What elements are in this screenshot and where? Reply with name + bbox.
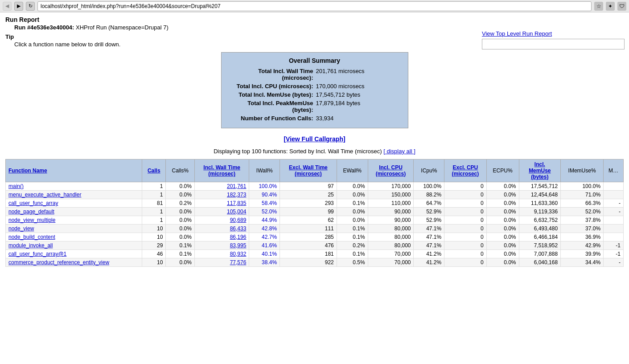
col-header-icpu-pct: ICpu% xyxy=(414,160,444,182)
col-header-ewall: Excl. Wall Time(microsec) xyxy=(280,160,337,182)
summary-row-5: Number of Function Calls: 33,934 xyxy=(230,115,399,122)
col-header-ecpu: Excl. CPU(microsec) xyxy=(444,160,486,182)
summary-val-2: 170,000 microsecs xyxy=(316,83,399,90)
run-name: XHProf Run (Namespace=Drupal 7) xyxy=(76,24,169,31)
summary-row-3: Total Incl. MemUse (bytes): 17,545,712 b… xyxy=(230,91,399,98)
forward-button[interactable]: ▶ xyxy=(14,2,23,11)
summary-key-5: Number of Function Calls: xyxy=(230,115,313,122)
callgraph-link[interactable]: [View Full Callgraph] xyxy=(284,135,345,143)
col-header-calls: Calls xyxy=(142,160,166,182)
display-info-text: Displaying top 100 functions: Sorted by … xyxy=(214,148,382,155)
col-header-iwall-pct: IWall% xyxy=(249,160,280,182)
col-header-iwall-link[interactable]: Incl. Wall Time(microsec) xyxy=(203,164,240,177)
summary-val-4: 17,879,184 bytes xyxy=(316,100,399,113)
summary-row-4: Total Incl. PeakMemUse (bytes): 17,879,1… xyxy=(230,100,399,113)
top-right-panel: View Top Level Run Report xyxy=(482,30,625,49)
summary-table: Overall Summary Total Incl. Wall Time (m… xyxy=(221,52,408,128)
run-info: Run #4e536e3e40004: XHProf Run (Namespac… xyxy=(14,24,624,31)
col-header-more: M… xyxy=(604,160,624,182)
col-header-icpu-link[interactable]: Incl. CPU(microsecs) xyxy=(376,164,406,177)
run-report-title: Run Report xyxy=(5,16,39,23)
security-icon: 🛡 xyxy=(617,2,626,11)
display-info: Displaying top 100 functions: Sorted by … xyxy=(5,148,624,155)
callgraph-link-container: [View Full Callgraph] xyxy=(5,135,624,143)
url-bar[interactable] xyxy=(37,1,592,11)
summary-key-4: Total Incl. PeakMemUse (bytes): xyxy=(230,100,313,113)
table-row: node_build_content100.0%86,19642.7%2850.… xyxy=(6,233,624,241)
tip-label: Tip xyxy=(5,33,14,40)
table-row: commerce_product_reference_entity_view10… xyxy=(6,258,624,267)
col-header-fn: Function Name xyxy=(6,160,142,182)
top-level-report-link[interactable]: View Top Level Run Report xyxy=(482,30,552,37)
col-header-fn-link[interactable]: Function Name xyxy=(8,168,47,174)
summary-key-2: Total Incl. CPU (microsecs): xyxy=(230,83,313,90)
col-header-imem-pct: IMemUse% xyxy=(561,160,604,182)
table-row: node_view_multiple10.0%90,68944.9%620.0%… xyxy=(6,216,624,225)
col-header-calls-link[interactable]: Calls xyxy=(148,168,160,174)
table-row: call_user_func_array@1460.1%80,93240.1%1… xyxy=(6,250,624,258)
table-row: node_page_default10.0%105,00452.0%990.0%… xyxy=(6,208,624,216)
run-report-section: Run Report Run #4e536e3e40004: XHProf Ru… xyxy=(5,16,624,31)
table-row: module_invoke_all290.1%83,99541.6%4760.2… xyxy=(6,241,624,250)
summary-row-2: Total Incl. CPU (microsecs): 170,000 mic… xyxy=(230,83,399,90)
summary-key-3: Total Incl. MemUse (bytes): xyxy=(230,91,313,98)
table-row: node_view100.0%86,43342.8%1110.1%80,0004… xyxy=(6,225,624,233)
summary-val-3: 17,545,712 bytes xyxy=(316,91,399,98)
summary-key-1: Total Incl. Wall Time (microsec): xyxy=(230,68,313,81)
search-input[interactable] xyxy=(482,39,625,49)
col-header-ecpu-pct: ECPU% xyxy=(486,160,519,182)
col-header-ewall-link[interactable]: Excl. Wall Time(microsec) xyxy=(289,164,328,177)
table-row: main()10.0%201,761100.0%970.0%170,000100… xyxy=(6,182,624,191)
col-header-imem-link[interactable]: Incl.MemUse(bytes) xyxy=(529,161,551,180)
col-header-iwall: Incl. Wall Time(microsec) xyxy=(194,160,249,182)
col-header-ecpu-link[interactable]: Excl. CPU(microsec) xyxy=(452,164,479,177)
functions-table: Function Name Calls Calls% Incl. Wall Ti… xyxy=(5,159,624,267)
table-header-row: Function Name Calls Calls% Incl. Wall Ti… xyxy=(6,160,624,182)
summary-title: Overall Summary xyxy=(230,57,399,64)
back-button[interactable]: ◀ xyxy=(3,2,12,11)
summary-val-5: 33,934 xyxy=(316,115,399,122)
summary-container: Overall Summary Total Incl. Wall Time (m… xyxy=(5,52,624,128)
summary-val-1: 201,761 microsecs xyxy=(316,68,399,81)
table-row: menu_execute_active_handler10.0%182,3739… xyxy=(6,191,624,199)
col-header-icpu: Incl. CPU(microsecs) xyxy=(368,160,414,182)
run-id-label: Run #4e536e3e40004: xyxy=(14,24,74,31)
star-icon: ☆ xyxy=(594,2,603,11)
addon-icon: ✦ xyxy=(606,2,615,11)
display-all-link[interactable]: [ display all ] xyxy=(383,148,415,155)
table-row: call_user_func_array810.2%117,83558.4%29… xyxy=(6,199,624,208)
col-header-ewall-pct: EWall% xyxy=(337,160,368,182)
refresh-button[interactable]: ↻ xyxy=(26,2,35,11)
summary-row-1: Total Incl. Wall Time (microsec): 201,76… xyxy=(230,68,399,81)
col-header-calls-pct: Calls% xyxy=(166,160,194,182)
col-header-imem: Incl.MemUse(bytes) xyxy=(519,160,561,182)
